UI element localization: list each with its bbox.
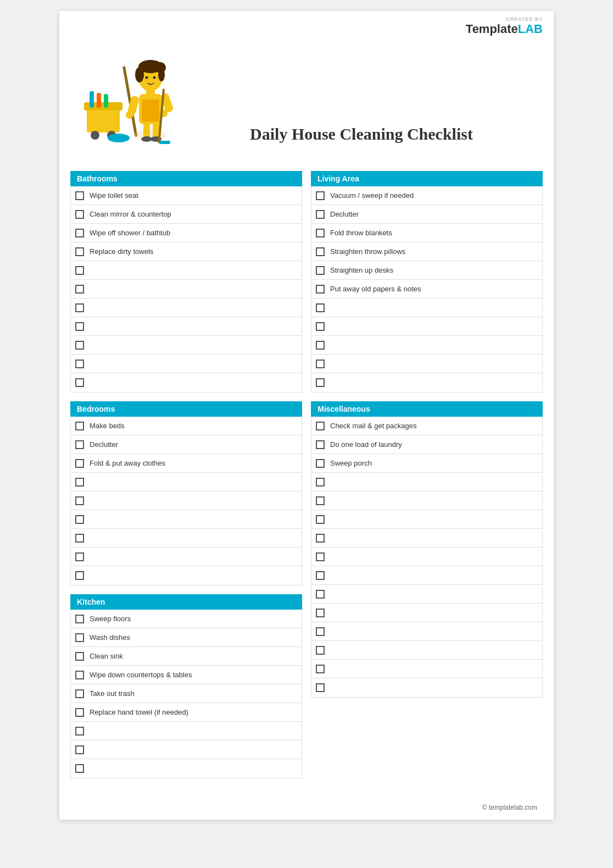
checkbox[interactable] [75,534,84,543]
checklist-bedrooms: Make bedsDeclutterFold & put away clothe… [70,417,302,585]
checkbox[interactable] [75,229,84,237]
item-text: Straighten throw pillows [330,247,405,256]
checkbox[interactable] [316,590,325,599]
checklist-item [71,298,302,317]
item-text: Wipe toilet seat [90,191,138,200]
checkbox[interactable] [75,303,84,312]
checkbox[interactable] [75,615,84,623]
checkbox[interactable] [316,478,325,486]
checklist-item [71,548,302,566]
checkbox[interactable] [75,459,84,468]
checkbox[interactable] [75,745,84,754]
checkbox[interactable] [316,552,325,561]
checkbox[interactable] [316,378,325,387]
checkbox[interactable] [75,727,84,736]
checklist-item [311,317,542,336]
checkbox[interactable] [75,422,84,430]
svg-point-25 [146,76,148,79]
checkbox[interactable] [316,496,325,505]
checkbox[interactable] [75,210,84,219]
checkbox[interactable] [75,440,84,449]
checkbox[interactable] [75,515,84,524]
checkbox[interactable] [316,210,325,219]
checklist-item: Make beds [71,417,302,435]
checkbox[interactable] [75,478,84,486]
item-text: Replace dirty towels [90,247,153,256]
checkbox[interactable] [316,627,325,636]
checkbox[interactable] [75,266,84,275]
checkbox[interactable] [316,534,325,543]
checkbox[interactable] [75,633,84,642]
checkbox[interactable] [75,671,84,679]
checkbox[interactable] [316,646,325,655]
checkbox[interactable] [316,266,325,275]
item-text: Wipe down countertops & tables [90,671,192,679]
checklist-miscellaneous: Check mail & get packagesDo one load of … [311,417,543,698]
checkbox[interactable] [316,229,325,237]
item-text: Replace hand towel (if needed) [90,708,188,716]
checklist-item [71,759,302,778]
title-area: Daily House Cleaning Checklist [191,125,532,154]
item-text: Vacuum / sweep if needed [330,191,414,200]
checkbox[interactable] [316,665,325,673]
checkbox[interactable] [75,496,84,505]
checkbox[interactable] [75,285,84,294]
checkbox[interactable] [75,652,84,661]
created-by-label: CREATED BY [506,16,543,22]
checkbox[interactable] [75,247,84,256]
checklist-item [71,491,302,510]
checkbox[interactable] [75,552,84,561]
checkbox[interactable] [316,247,325,256]
checkbox[interactable] [75,764,84,773]
checklist-item: Clean sink [71,647,302,666]
checklist-item [311,373,542,392]
checklist-item: Declutter [311,205,542,224]
checkbox[interactable] [316,360,325,368]
checkbox[interactable] [75,689,84,698]
checkbox[interactable] [316,459,325,468]
checklist-item [71,473,302,491]
checkbox[interactable] [316,303,325,312]
svg-point-27 [155,62,166,73]
checklist-item: Wash dishes [71,628,302,647]
checkbox[interactable] [75,322,84,331]
item-text: Straighten up desks [330,266,393,274]
checkbox[interactable] [316,191,325,200]
checklist-item: Wipe down countertops & tables [71,666,302,684]
checklist-item [71,529,302,548]
checkbox[interactable] [316,285,325,294]
checkbox[interactable] [316,440,325,449]
checklist-item [311,678,542,697]
checkbox[interactable] [75,378,84,387]
checkbox[interactable] [75,191,84,200]
checklist-item: Wipe off shower / bathtub [71,224,302,242]
checkbox[interactable] [316,571,325,580]
section-bedrooms: BedroomsMake bedsDeclutterFold & put awa… [70,401,302,585]
checkbox[interactable] [316,683,325,692]
checkbox[interactable] [316,341,325,350]
checklist-item [311,473,542,491]
main-title: Daily House Cleaning Checklist [191,125,532,143]
checklist-item: Wipe toilet seat [71,186,302,205]
checklist-item [71,740,302,759]
checklist-item: Straighten up desks [311,261,542,280]
checkbox[interactable] [75,571,84,580]
checklist-bathrooms: Wipe toilet seatClean mirror & counterto… [70,186,302,392]
item-text: Clean sink [90,652,123,660]
checkbox[interactable] [316,609,325,617]
checkbox[interactable] [316,322,325,331]
checkbox[interactable] [316,515,325,524]
checklist-item: Vacuum / sweep if needed [311,186,542,205]
checklist-item [71,510,302,529]
checkbox[interactable] [75,360,84,368]
checkbox[interactable] [75,341,84,350]
checklist-item: Check mail & get packages [311,417,542,435]
checkbox[interactable] [75,708,84,717]
checklist-item [71,261,302,280]
checklist-item [311,510,542,529]
left-column: BathroomsWipe toilet seatClean mirror & … [70,171,302,787]
checkbox[interactable] [316,422,325,430]
checklist-item: Fold & put away clothes [71,454,302,473]
svg-point-18 [126,111,133,119]
checklist-item [71,373,302,392]
